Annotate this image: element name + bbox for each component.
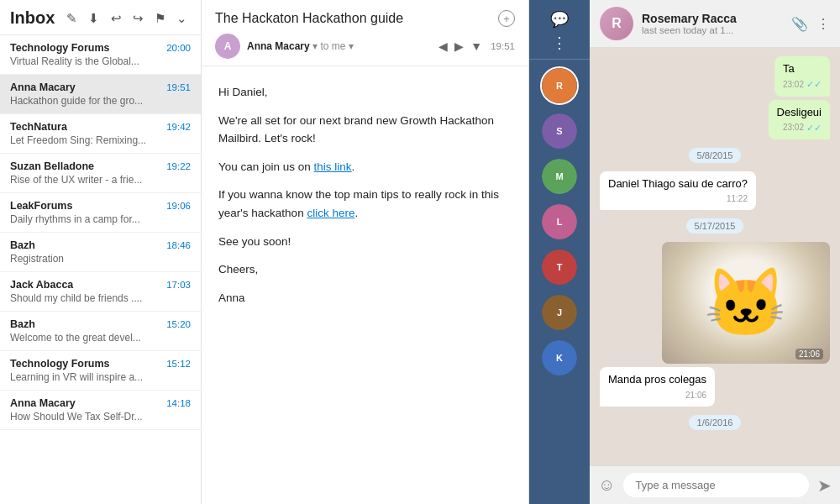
email-list-item[interactable]: Technology Forums 20:00 Virtual Reality … (0, 35, 201, 75)
email-timestamp: 19:06 (166, 201, 191, 211)
inbox-title: Inbox (10, 8, 55, 28)
email-preview: Daily rhythms in a camp for... (10, 213, 191, 225)
contact-avatar[interactable]: J (540, 293, 579, 332)
contact-avatar[interactable]: S (540, 112, 579, 150)
chat-input-area: ☺ ➤ (590, 465, 840, 504)
chat-image: 21:06 (662, 242, 830, 364)
email-timestamp: 15:20 (166, 319, 191, 329)
message-text: Daniel Thiago saiu de carro? (608, 176, 748, 192)
email-preview: Rise of the UX writer - a frie... (10, 174, 191, 186)
chat-bubble-icon[interactable]: 💬 (550, 10, 569, 29)
message-time: 11:22 (608, 193, 748, 205)
paperclip-icon[interactable]: 📎 (791, 16, 808, 32)
prev-email-button[interactable]: ◀ (437, 38, 449, 55)
email-preview: Hackathon guide for the gro... (10, 95, 191, 107)
email-panel-header: The Hackaton Hackathon guide + A Anna Ma… (202, 0, 528, 66)
chat-container: 💬 ⋮ RSMLTJK R Rosemary Racca last seen t… (529, 0, 840, 504)
received-message: Daniel Thiago saiu de carro? 11:22 (600, 171, 756, 210)
contact-avatar[interactable]: K (540, 339, 579, 377)
chat-header: R Rosemary Racca last seen today at 1...… (590, 0, 840, 48)
email-from-info: Anna Macary ▾ to me ▾ (247, 40, 430, 52)
email-sender: Technology Forums (10, 358, 110, 370)
read-receipt: ✓✓ (806, 122, 822, 134)
email-para3: If you wanna know the top main tips to r… (218, 186, 512, 222)
email-list-item[interactable]: Anna Macary 14:18 How Should We Tax Self… (0, 391, 201, 430)
email-timestamp: 15:12 (166, 359, 191, 369)
email-list-item[interactable]: Bazh 18:46 Registration (0, 233, 201, 272)
email-para2: You can join us on this link. (218, 158, 512, 176)
email-sign2: Cheers, (218, 260, 512, 279)
download-button[interactable]: ⬇ (86, 9, 102, 28)
message-text: Ta (783, 61, 822, 76)
email-timestamp: 18:46 (166, 240, 191, 250)
contact-avatar[interactable]: M (540, 157, 579, 196)
chat-messages: Ta 23:02 ✓✓ Desligeui 23:02 ✓✓ 5/8/2015 … (590, 48, 840, 465)
email-preview: Welcome to the great devel... (10, 332, 191, 344)
email-sign1: See you soon! (218, 233, 512, 251)
undo-button[interactable]: ↩ (108, 9, 124, 28)
email-list-item[interactable]: Technology Forums 15:12 Learning in VR w… (0, 351, 201, 391)
to-me-label: ▾ to me ▾ (312, 40, 354, 52)
date-separator: 1/6/2016 (689, 415, 742, 430)
email-preview: Let Freedom Sing: Remixing... (10, 134, 191, 146)
contact-avatar[interactable]: L (540, 202, 579, 241)
chat-header-info: Rosemary Racca last seen today at 1... (642, 12, 783, 35)
message-input[interactable] (623, 473, 809, 497)
email-para2-pre: You can join us on (218, 160, 314, 173)
more-email-button[interactable]: ▼ (469, 38, 484, 55)
email-sender: Bazh (10, 239, 35, 251)
email-meta-row: A Anna Macary ▾ to me ▾ ◀ ▶ ▼ 19:51 (215, 34, 515, 59)
next-email-button[interactable]: ▶ (453, 38, 465, 55)
chat-panel: R Rosemary Racca last seen today at 1...… (590, 0, 840, 504)
send-button[interactable]: ➤ (817, 475, 832, 496)
read-receipt: ✓✓ (806, 78, 822, 91)
message-time: 21:06 (608, 390, 706, 402)
compose-button[interactable]: ✎ (63, 9, 80, 28)
chat-header-icons: 📎 ⋮ (791, 16, 830, 32)
email-timestamp: 17:03 (166, 280, 191, 290)
redo-button[interactable]: ↪ (129, 9, 146, 28)
email-timestamp: 14:18 (166, 398, 191, 408)
contact-avatar[interactable]: R (540, 66, 579, 105)
received-message: Manda pros colegas 21:06 (600, 367, 715, 406)
inbox-panel: Inbox ✎ ⬇ ↩ ↪ ⚑ ⌄ Technology Forums 20:0… (0, 0, 202, 504)
email-timestamp: 19:51 (166, 82, 191, 92)
email-list-item[interactable]: Anna Macary 19:51 Hackathon guide for th… (0, 75, 201, 114)
email-sender: Suzan Belladone (10, 160, 94, 172)
email-list-item[interactable]: Jack Abacca 17:03 Should my child be fri… (0, 272, 201, 312)
email-panel: The Hackaton Hackathon guide + A Anna Ma… (202, 0, 529, 504)
sender-name: Anna Macary (247, 40, 310, 52)
dropdown-button[interactable]: ⌄ (174, 9, 191, 28)
contact-avatar[interactable]: T (540, 248, 579, 286)
email-list-item[interactable]: Suzan Belladone 19:22 Rise of the UX wri… (0, 154, 201, 193)
chat-header-avatar: R (600, 7, 633, 40)
this-link[interactable]: this link (314, 160, 352, 173)
email-preview: How Should We Tax Self-Dr... (10, 411, 191, 423)
email-preview: Virtual Reality is the Global... (10, 55, 191, 67)
date-separator: 5/17/2015 (686, 218, 744, 234)
email-sender: TechNatura (10, 121, 67, 133)
sidebar-more-icon[interactable]: ⋮ (552, 34, 567, 52)
message-time: 23:02 ✓✓ (777, 122, 822, 134)
email-greeting: Hi Daniel, (218, 83, 512, 102)
email-para1: We're all set for our next brand new Gro… (218, 112, 512, 148)
email-list-item[interactable]: LeakForums 19:06 Daily rhythms in a camp… (0, 193, 201, 233)
email-sign3: Anna (218, 289, 512, 307)
flag-button[interactable]: ⚑ (151, 9, 168, 28)
email-sender: Jack Abacca (10, 279, 73, 291)
contact-sidebar: 💬 ⋮ RSMLTJK (529, 0, 590, 504)
click-here-link[interactable]: click here (307, 207, 354, 219)
email-list-item[interactable]: TechNatura 19:42 Let Freedom Sing: Remix… (0, 114, 201, 154)
add-tag-button[interactable]: + (498, 10, 515, 27)
sent-message: Desligeui 23:02 ✓✓ (769, 100, 830, 140)
email-timestamp: 19:22 (166, 161, 191, 171)
chat-more-icon[interactable]: ⋮ (816, 16, 830, 32)
email-sender: Bazh (10, 318, 35, 330)
email-list-item[interactable]: Bazh 15:20 Welcome to the great devel... (0, 312, 201, 351)
email-subject: The Hackaton Hackathon guide (215, 11, 491, 26)
email-para3-post: . (354, 207, 358, 219)
emoji-button[interactable]: ☺ (598, 475, 615, 495)
email-subject-row: The Hackaton Hackathon guide + (215, 10, 515, 27)
email-sender: LeakForums (10, 200, 72, 212)
email-preview: Learning in VR will inspire a... (10, 371, 191, 383)
